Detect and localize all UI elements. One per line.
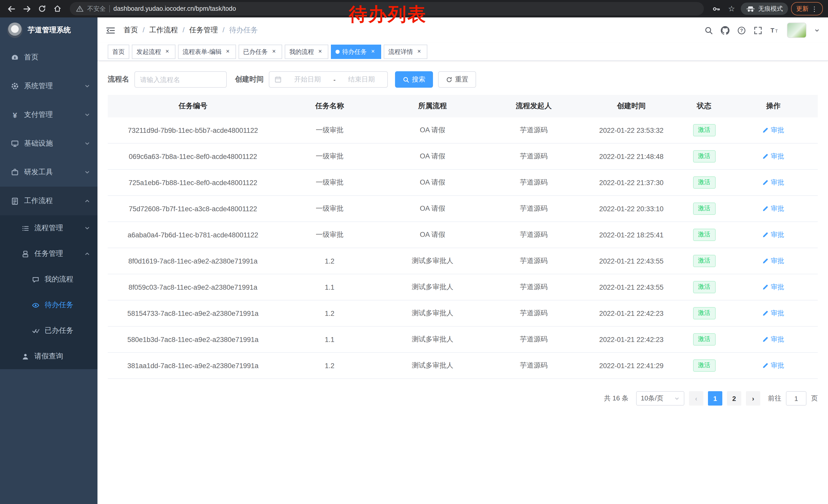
close-icon[interactable]: ×	[164, 48, 171, 55]
close-icon[interactable]: ×	[271, 48, 278, 55]
address-bar[interactable]: 不安全 dashboard.yudao.iocoder.cn/bpm/task/…	[70, 2, 704, 15]
cell-action: 审批	[729, 353, 818, 379]
table-row: 580e1b3d-7ac8-11ec-a9e2-a2380e71991a 1.1…	[108, 326, 818, 353]
approve-link[interactable]: 审批	[762, 178, 784, 187]
sidebar: 芋道管理系统 首页 系统管理	[0, 17, 97, 504]
cell-task-name: 一级审批	[278, 196, 381, 222]
cell-task-id: 58154733-7ac8-11ec-a9e2-a2380e71991a	[108, 300, 278, 326]
approve-link-label: 审批	[771, 126, 784, 135]
tab[interactable]: 流程表单-编辑 ×	[178, 45, 236, 59]
approve-link[interactable]: 审批	[762, 335, 784, 344]
page-content: 流程名 创建时间 开始日期 - 结束日期	[97, 61, 828, 504]
refresh-icon[interactable]	[36, 3, 48, 15]
sidebar-item-infrastructure[interactable]: 基础设施	[0, 129, 97, 158]
sidebar-item-leave-query[interactable]: 请假查询	[0, 343, 97, 369]
tab[interactable]: 我的流程 ×	[285, 45, 328, 59]
approve-link[interactable]: 审批	[762, 230, 784, 239]
chevron-down-icon[interactable]	[814, 28, 820, 33]
breadcrumb-home[interactable]: 首页	[124, 26, 149, 35]
tab[interactable]: 待办任务 ×	[331, 45, 381, 59]
security-warning-label: 不安全	[87, 4, 106, 13]
status-badge: 激活	[693, 333, 715, 345]
approve-link[interactable]: 审批	[762, 361, 784, 370]
sidebar-item-workflow[interactable]: 工作流程	[0, 187, 97, 215]
approve-link[interactable]: 审批	[762, 309, 784, 318]
status-badge: 激活	[693, 176, 715, 188]
date-range-picker[interactable]: 开始日期 - 结束日期	[269, 71, 388, 88]
breadcrumb-task-management[interactable]: 任务管理	[189, 26, 229, 35]
breadcrumb-workflow[interactable]: 工作流程	[149, 26, 189, 35]
cell-process: 测试多审批人	[381, 300, 484, 326]
page-size-select[interactable]: 10条/页	[636, 391, 685, 406]
tab[interactable]: 发起流程 ×	[132, 45, 175, 59]
close-icon[interactable]: ×	[369, 48, 377, 55]
edit-icon	[762, 232, 769, 238]
sidebar-item-label: 请假查询	[34, 352, 63, 361]
tab-label: 我的流程	[289, 47, 314, 56]
approve-link[interactable]: 审批	[762, 282, 784, 292]
svg-text:T: T	[775, 29, 778, 34]
cell-task-id: 725a1eb6-7b88-11ec-8ef0-acde48001122	[108, 170, 278, 196]
tab-label: 流程表单-编辑	[182, 47, 222, 56]
cell-action: 审批	[729, 170, 818, 196]
sidebar-item-label: 待办任务	[45, 301, 73, 310]
close-icon[interactable]: ×	[224, 48, 232, 55]
column-header: 任务名称	[278, 95, 381, 118]
fullscreen-icon[interactable]	[754, 26, 762, 35]
sidebar-item-system[interactable]: 系统管理	[0, 72, 97, 100]
update-button[interactable]: 更新 ⋮	[791, 2, 823, 15]
forward-icon[interactable]	[20, 3, 33, 15]
chevron-up-icon	[84, 251, 90, 257]
sidebar-item-devtools[interactable]: 研发工具	[0, 158, 97, 187]
cell-initiator: 芋道源码	[484, 222, 584, 248]
process-name-input[interactable]	[134, 71, 227, 88]
sidebar-item-payment[interactable]: ¥ 支付管理	[0, 100, 97, 129]
reset-button[interactable]: 重置	[438, 71, 476, 88]
search-button[interactable]: 搜索	[395, 71, 433, 88]
back-icon[interactable]	[5, 3, 17, 15]
github-icon[interactable]	[721, 26, 730, 35]
sidebar-item-process-management[interactable]: 流程管理	[0, 215, 97, 241]
not-secure-warning-icon	[76, 5, 84, 12]
tab[interactable]: 首页	[108, 45, 129, 59]
cell-initiator: 芋道源码	[484, 274, 584, 300]
home-icon[interactable]	[51, 3, 64, 15]
browser-menu-icon[interactable]: ⋮	[811, 5, 818, 12]
page-button-2[interactable]: 2	[727, 391, 741, 406]
next-page-button[interactable]: ›	[746, 391, 760, 406]
search-icon[interactable]	[704, 26, 713, 35]
font-size-icon[interactable]: TT	[770, 26, 779, 34]
cell-created: 2022-01-22 21:37:30	[584, 170, 679, 196]
gear-icon	[10, 82, 19, 90]
approve-link[interactable]: 审批	[762, 152, 784, 161]
approve-link[interactable]: 审批	[762, 256, 784, 266]
status-badge: 激活	[693, 255, 715, 267]
key-icon[interactable]	[710, 3, 722, 15]
sidebar-item-my-process[interactable]: 我的流程	[0, 267, 97, 292]
column-header: 任务编号	[108, 95, 278, 118]
close-icon[interactable]: ×	[317, 48, 324, 55]
approve-link[interactable]: 审批	[762, 126, 784, 135]
sidebar-item-label: 基础设施	[24, 139, 53, 148]
sidebar-toggle-icon[interactable]	[106, 26, 115, 35]
tab[interactable]: 流程详情 ×	[384, 45, 427, 59]
avatar[interactable]	[787, 22, 806, 38]
close-icon[interactable]: ×	[416, 48, 423, 55]
star-icon[interactable]: ☆	[726, 3, 738, 15]
goto-page-input[interactable]	[786, 391, 806, 406]
page-button-1[interactable]: 1	[708, 391, 722, 406]
help-icon[interactable]: ?	[737, 26, 746, 35]
cell-task-name: 1.2	[278, 248, 381, 274]
tab[interactable]: 已办任务 ×	[239, 45, 282, 59]
sidebar-item-done-tasks[interactable]: 已办任务	[0, 318, 97, 343]
status-badge: 激活	[693, 229, 715, 241]
approve-link-label: 审批	[771, 230, 784, 239]
approve-link[interactable]: 审批	[762, 204, 784, 213]
sidebar-item-task-management[interactable]: 任务管理	[0, 241, 97, 267]
cell-task-id: 069c6a63-7b8a-11ec-8ef0-acde48001122	[108, 143, 278, 170]
sidebar-item-home[interactable]: 首页	[0, 43, 97, 72]
cell-initiator: 芋道源码	[484, 196, 584, 222]
sidebar-item-todo-tasks[interactable]: 待办任务	[0, 292, 97, 318]
prev-page-button[interactable]: ‹	[689, 391, 703, 406]
screen: 不安全 dashboard.yudao.iocoder.cn/bpm/task/…	[0, 0, 828, 504]
